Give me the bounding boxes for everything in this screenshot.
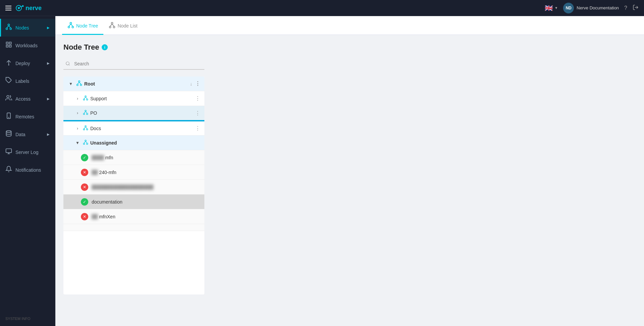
documentation-label: documentation: [92, 199, 200, 205]
svg-line-61: [86, 141, 87, 143]
chevron-right-icon: ▶: [47, 97, 50, 101]
page-title-text: Node Tree: [63, 43, 99, 52]
more-options-icon[interactable]: ⋮: [195, 125, 200, 131]
sidebar-item-workloads[interactable]: Workloads: [0, 37, 55, 54]
svg-line-55: [84, 127, 86, 128]
svg-point-58: [83, 143, 85, 144]
system-info-label: SYSTEM INFO: [0, 311, 55, 326]
tree-row-unassigned[interactable]: ▼ Unassigned: [63, 135, 204, 150]
user-info: ND Nerve Documentation: [563, 3, 619, 13]
more-options-icon[interactable]: ⋮: [195, 110, 200, 116]
sidebar-item-access[interactable]: Access ▶: [0, 90, 55, 108]
sidebar-item-server-log[interactable]: Server Log: [0, 143, 55, 161]
status-green-icon: ✓: [81, 154, 88, 161]
logout-icon[interactable]: [633, 4, 639, 12]
tree-row-documentation[interactable]: ✓ documentation: [63, 195, 204, 209]
240mfn-label: 240-mfn: [99, 170, 116, 175]
tree-row-root[interactable]: ▼ Root ↓ ⋮: [63, 76, 204, 91]
svg-point-18: [7, 96, 9, 98]
chevron-down-icon: ▼: [554, 6, 558, 10]
po-actions: ⋮: [195, 110, 200, 116]
tree-row-blurred3[interactable]: ✕ ████████████████████: [63, 180, 204, 195]
expand-support-btn[interactable]: ›: [74, 95, 81, 102]
svg-point-7: [6, 28, 8, 30]
svg-line-33: [110, 24, 112, 26]
sidebar-item-remotes[interactable]: Remotes: [0, 108, 55, 125]
sidebar-item-notifications-label: Notifications: [15, 167, 41, 173]
status-red-icon: ✕: [81, 213, 88, 220]
sidebar-item-data[interactable]: Data ▶: [0, 125, 55, 143]
sort-icon[interactable]: ↓: [190, 81, 192, 87]
more-options-icon[interactable]: ⋮: [195, 80, 200, 87]
sidebar-item-notifications[interactable]: Notifications: [0, 161, 55, 179]
sidebar-item-labels-label: Labels: [15, 78, 29, 84]
expand-root-btn[interactable]: ▼: [67, 80, 74, 87]
logo: nerve: [15, 3, 46, 13]
mfnxen-label: mfnXen: [99, 214, 115, 219]
deploy-icon: [5, 59, 12, 67]
tree-row-po[interactable]: › PO ⋮: [63, 106, 204, 121]
svg-point-38: [77, 84, 79, 86]
node-tree-container: ▼ Root ↓ ⋮ ›: [63, 76, 204, 294]
tree-row-mfn[interactable]: ✓ ████ mfn: [63, 150, 204, 165]
search-wrapper: [63, 58, 204, 70]
svg-rect-22: [6, 149, 12, 153]
help-icon[interactable]: ?: [624, 5, 627, 11]
svg-point-44: [87, 99, 88, 100]
notifications-icon: [5, 166, 12, 174]
tree-row-mfnxen[interactable]: ✕ ██ mfnXen: [63, 209, 204, 224]
svg-line-9: [7, 26, 9, 28]
svg-point-47: [85, 110, 86, 111]
workloads-icon: [5, 41, 12, 50]
remotes-icon: [5, 112, 12, 121]
tree-row-docs[interactable]: › Docs ⋮: [63, 121, 204, 135]
svg-point-49: [87, 113, 88, 115]
docs-label: Docs: [90, 126, 195, 131]
svg-point-48: [83, 113, 85, 115]
svg-line-46: [86, 97, 87, 99]
expand-unassigned-btn[interactable]: ▼: [74, 140, 81, 146]
language-selector[interactable]: 🇬🇧 ▼: [545, 4, 558, 12]
svg-line-40: [78, 82, 79, 84]
po-node-icon: [83, 110, 88, 116]
tab-node-tree[interactable]: Node Tree: [62, 18, 103, 35]
info-icon[interactable]: i: [102, 44, 108, 50]
sidebar-item-server-log-label: Server Log: [15, 150, 38, 155]
search-input[interactable]: [63, 58, 204, 70]
tab-node-list[interactable]: Node List: [103, 18, 143, 35]
status-green-icon: ✓: [81, 198, 88, 206]
svg-point-21: [6, 131, 11, 132]
sidebar-item-nodes[interactable]: Nodes ▶: [0, 19, 55, 37]
svg-point-31: [109, 26, 111, 28]
hamburger-menu-icon[interactable]: [5, 6, 11, 10]
root-node-icon: [76, 80, 82, 88]
mfn-label: mfn: [105, 155, 113, 160]
expand-docs-btn[interactable]: ›: [74, 125, 81, 132]
svg-point-8: [10, 28, 11, 30]
sidebar-item-deploy[interactable]: Deploy ▶: [0, 54, 55, 72]
labels-icon: [5, 77, 12, 85]
sidebar-item-labels[interactable]: Labels: [0, 72, 55, 90]
svg-text:nerve: nerve: [26, 5, 42, 11]
content-area: Node Tree Node List Node Tree i: [55, 16, 644, 326]
sidebar: Nodes ▶ Workloads Deploy ▶: [0, 16, 55, 326]
support-label: Support: [90, 96, 195, 101]
svg-line-60: [84, 141, 86, 143]
tree-row-more[interactable]: [63, 224, 204, 231]
mfn-prefix-blurred: ████: [92, 155, 104, 160]
tab-node-tree-label: Node Tree: [76, 23, 98, 29]
tree-row-240-mfn[interactable]: ✕ ██ 240-mfn: [63, 165, 204, 180]
search-icon: [65, 61, 70, 67]
root-label: Root: [84, 81, 190, 87]
support-node-icon: [83, 95, 88, 102]
svg-point-2: [22, 5, 24, 7]
tree-row-support[interactable]: › Support ⋮: [63, 91, 204, 106]
status-red-icon: ✕: [81, 183, 88, 191]
sidebar-item-remotes-label: Remotes: [15, 114, 34, 119]
svg-point-27: [72, 26, 73, 28]
expand-po-btn[interactable]: ›: [74, 110, 81, 116]
more-options-icon[interactable]: ⋮: [195, 95, 200, 102]
topnav-right: 🇬🇧 ▼ ND Nerve Documentation ?: [545, 3, 639, 13]
logo-svg: nerve: [15, 3, 46, 13]
svg-point-52: [85, 125, 86, 127]
